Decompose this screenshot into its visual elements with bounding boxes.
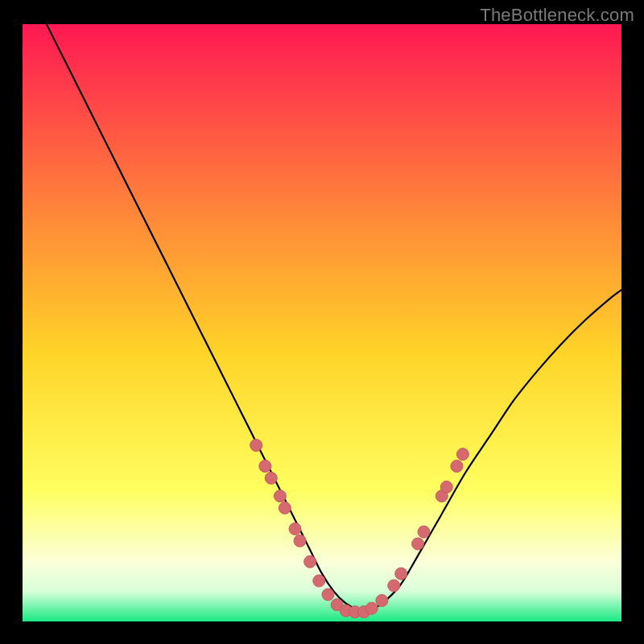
data-marker (322, 588, 334, 601)
data-marker (274, 490, 286, 502)
bottleneck-plot (23, 24, 621, 621)
chart-frame: TheBottleneck.com (0, 0, 644, 644)
data-marker (313, 575, 325, 587)
data-marker (412, 538, 424, 550)
data-marker (279, 502, 291, 514)
data-marker (265, 472, 277, 484)
watermark-text: TheBottleneck.com (480, 5, 634, 26)
data-marker (250, 440, 262, 452)
data-marker (440, 481, 452, 493)
plot-svg (23, 24, 621, 621)
gradient-background (23, 24, 621, 621)
data-marker (376, 595, 388, 607)
data-marker (456, 448, 469, 460)
data-marker (395, 568, 407, 580)
data-marker (289, 522, 301, 535)
data-marker (259, 460, 271, 473)
data-marker (388, 580, 400, 592)
data-marker (304, 555, 316, 568)
data-marker (294, 535, 306, 547)
data-marker (451, 460, 463, 473)
data-marker (418, 526, 430, 538)
data-marker (365, 602, 378, 614)
